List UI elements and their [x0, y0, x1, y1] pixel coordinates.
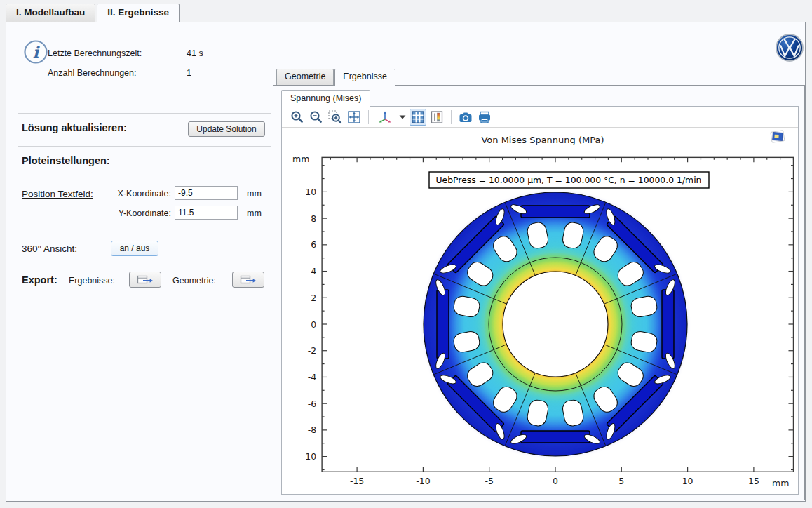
tab-spannung-mises[interactable]: Spannung (Mises): [281, 90, 370, 107]
svg-text:10: 10: [305, 187, 316, 197]
x-axis-unit: mm: [772, 478, 789, 488]
view-orientation-icon: [377, 109, 393, 125]
printer-icon: [477, 109, 492, 125]
update-solution-label: Lösung aktualisieren:: [22, 122, 127, 133]
export-ergebnisse-button[interactable]: [129, 272, 161, 288]
x-coordinate-label: X-Koordinate:: [97, 189, 171, 199]
y-coordinate-label: Y-Koordinate:: [97, 208, 171, 218]
svg-text:2: 2: [311, 293, 316, 303]
y-coordinate-input[interactable]: [175, 206, 238, 220]
print-button[interactable]: [476, 109, 493, 126]
plot-annotation-text: UebPress = 10.0000 µm, T = 100.000 °C, n…: [436, 175, 702, 185]
svg-text:8: 8: [311, 213, 316, 224]
tab-ergebnisse[interactable]: II. Ergebnisse: [97, 4, 180, 22]
export-ergebnisse-label: Ergebnisse:: [69, 276, 115, 286]
zoom-to-selection-button[interactable]: [327, 109, 344, 126]
camera-icon: [458, 109, 473, 125]
svg-text:6: 6: [311, 239, 316, 250]
toolbar-separator: [451, 110, 452, 124]
export-geometrie-button[interactable]: [232, 272, 264, 288]
svg-text:5: 5: [618, 476, 624, 486]
zoom-out-icon: [309, 109, 324, 125]
tab-modellaufbau[interactable]: I. Modellaufbau: [6, 4, 95, 22]
svg-text:-10: -10: [302, 451, 316, 462]
view-360-label: 360° Ansicht:: [22, 243, 77, 254]
zoom-out-button[interactable]: [308, 109, 325, 126]
results-tabbar: Geometrie Ergebnisse: [276, 69, 396, 86]
separator: [18, 113, 271, 114]
svg-text:0: 0: [311, 319, 316, 330]
x-coordinate-unit: mm: [247, 189, 262, 199]
update-solution-button[interactable]: Update Solution: [188, 121, 265, 137]
toolbar-separator: [368, 110, 369, 124]
plot-group-icon[interactable]: [771, 131, 785, 143]
export-icon: [240, 274, 257, 286]
export-icon: [137, 274, 154, 286]
svg-text:4: 4: [311, 266, 316, 276]
vw-logo: [775, 33, 804, 62]
snapshot-button[interactable]: [457, 109, 474, 126]
plot-annotation: UebPress = 10.0000 µm, T = 100.000 °C, n…: [429, 172, 709, 188]
svg-text:15: 15: [748, 476, 759, 486]
svg-text:-6: -6: [308, 399, 317, 409]
plot-toolbar: [282, 107, 798, 128]
export-geometrie-label: Geometrie:: [172, 276, 216, 286]
tab-ergebnisse-panel[interactable]: Ergebnisse: [334, 69, 395, 86]
export-heading: Export:: [22, 274, 57, 286]
svg-text:-5: -5: [485, 476, 493, 486]
plot-canvas[interactable]: Von Mises Spannung (MPa) mm mm -15-10-50…: [282, 128, 799, 494]
position-textfeld-label: Position Textfeld:: [22, 189, 93, 199]
color-legend-icon: [429, 109, 445, 125]
zoom-extents-icon: [346, 109, 362, 125]
plot-container: Von Mises Spannung (MPa) mm mm -15-10-50…: [281, 106, 799, 495]
grid-icon: [410, 109, 426, 125]
plot-settings-heading: Ploteinstellungen:: [22, 155, 110, 166]
x-coordinate-input[interactable]: [175, 186, 238, 200]
svg-text:-10: -10: [416, 476, 430, 486]
plot-title: Von Mises Spannung (MPa): [481, 135, 604, 145]
calc-count-value: 1: [187, 68, 191, 78]
zoom-extents-button[interactable]: [346, 109, 363, 126]
svg-text:0: 0: [553, 476, 558, 486]
tab-geometrie[interactable]: Geometrie: [276, 69, 334, 85]
results-panel: Spannung (Mises): [273, 85, 805, 500]
color-legend-toggle-button[interactable]: [428, 109, 445, 126]
orientation-dropdown-button[interactable]: [398, 109, 407, 126]
separator: [18, 146, 271, 147]
grid-toggle-button[interactable]: [410, 109, 426, 126]
main-tabbar: I. Modellaufbau II. Ergebnisse: [6, 4, 181, 22]
calc-count-label: Anzahl Berechnungen:: [48, 68, 136, 78]
zoom-to-selection-icon: [327, 109, 343, 125]
zoom-in-button[interactable]: [289, 109, 306, 126]
svg-text:10: 10: [682, 476, 693, 486]
last-calc-time-label: Letzte Berechnungszeit:: [48, 48, 142, 58]
last-calc-time-value: 41 s: [187, 48, 203, 58]
rotor-stress-plot: [424, 192, 687, 456]
info-icon: i: [23, 39, 48, 65]
zoom-in-icon: [290, 109, 305, 125]
y-axis-unit: mm: [292, 154, 309, 164]
svg-text:-2: -2: [308, 345, 316, 356]
view-360-toggle-button[interactable]: an / aus: [111, 241, 158, 256]
view-orientation-button[interactable]: [374, 109, 395, 126]
svg-text:-4: -4: [308, 372, 317, 382]
svg-text:-15: -15: [350, 476, 364, 486]
svg-text:-8: -8: [308, 425, 317, 435]
y-coordinate-unit: mm: [247, 208, 262, 218]
chevron-down-icon: [399, 115, 406, 119]
main-content: i Letzte Berechnungszeit: 41 s Anzahl Be…: [6, 22, 806, 502]
